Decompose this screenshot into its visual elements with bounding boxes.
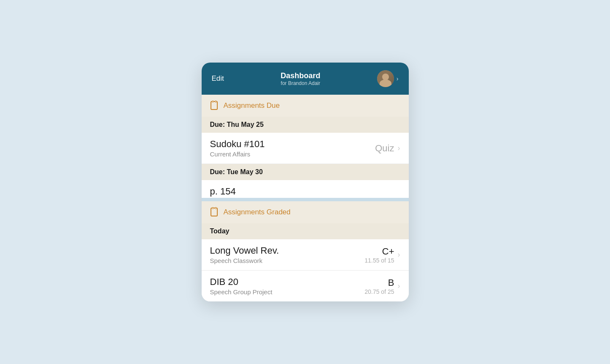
assignment-info: Sudoku #101 Current Affairs: [210, 139, 375, 158]
grade-display-2: B 20.75 of 25: [364, 277, 394, 295]
avatar-button[interactable]: ›: [377, 70, 399, 87]
header: Edit Dashboard for Brandon Adair ›: [202, 63, 409, 95]
graded-assignment-row-2[interactable]: DIB 20 Speech Group Project B 20.75 of 2…: [202, 271, 409, 301]
avatar-chevron-icon: ›: [397, 75, 399, 82]
header-title: Dashboard: [281, 71, 320, 80]
assignments-due-section: Assignments Due Due: Thu May 25 Sudoku #…: [202, 95, 409, 198]
header-center: Dashboard for Brandon Adair: [281, 71, 320, 86]
graded-assignment-name-2: DIB 20: [210, 276, 365, 287]
graded-assignment-right-1: C+ 11.55 of 15 ›: [364, 246, 400, 264]
graded-assignment-info-2: DIB 20 Speech Group Project: [210, 276, 365, 296]
graded-assignment-info-1: Long Vowel Rev. Speech Classwork: [210, 245, 365, 264]
grade-letter-1: C+: [364, 246, 394, 257]
assignments-graded-header: Assignments Graded: [202, 201, 409, 223]
graded-assignment-right-2: B 20.75 of 25 ›: [364, 277, 400, 295]
grade-score-2: 20.75 of 25: [364, 288, 394, 295]
partial-assignment-row[interactable]: p. 154: [202, 180, 409, 198]
assignments-graded-section: Assignments Graded Today Long Vowel Rev.…: [202, 201, 409, 301]
due-date-group-2: Due: Tue May 30: [202, 164, 409, 180]
assignment-name: Sudoku #101: [210, 139, 375, 150]
graded-date-label: Today: [210, 227, 230, 235]
assignments-due-header: Assignments Due: [202, 95, 409, 117]
svg-rect-3: [212, 101, 213, 102]
graded-assignment-subject-2: Speech Group Project: [210, 288, 365, 296]
graded-assignment-name-1: Long Vowel Rev.: [210, 245, 365, 256]
partial-assignment-name: p. 154: [210, 186, 236, 197]
svg-rect-5: [211, 208, 217, 216]
assignments-graded-icon: [210, 207, 219, 217]
svg-rect-8: [212, 208, 213, 209]
row-chevron-icon-2: ›: [398, 250, 400, 259]
graded-assignment-row-1[interactable]: Long Vowel Rev. Speech Classwork C+ 11.5…: [202, 239, 409, 271]
due-date-label-2: Due: Tue May 30: [210, 168, 263, 175]
assignment-type: Quiz: [375, 143, 394, 154]
row-chevron-icon-3: ›: [398, 282, 400, 290]
svg-rect-4: [215, 101, 216, 102]
avatar-image: [377, 70, 394, 87]
grade-display-1: C+ 11.55 of 15: [364, 246, 394, 264]
section-separator: [202, 198, 409, 201]
header-subtitle: for Brandon Adair: [281, 80, 320, 86]
due-date-group-1: Due: Thu May 25: [202, 117, 409, 133]
phone-frame: Edit Dashboard for Brandon Adair ›: [202, 63, 409, 301]
svg-rect-9: [215, 208, 216, 209]
assignment-right: Quiz ›: [375, 143, 400, 154]
grade-letter-2: B: [364, 277, 394, 288]
assignments-graded-title: Assignments Graded: [224, 208, 291, 216]
row-chevron-icon: ›: [398, 144, 400, 153]
assignments-due-icon: [210, 101, 219, 111]
due-date-label-1: Due: Thu May 25: [210, 121, 264, 128]
avatar: [377, 70, 394, 87]
assignment-row[interactable]: Sudoku #101 Current Affairs Quiz ›: [202, 133, 409, 164]
graded-date-group: Today: [202, 223, 409, 239]
assignment-subject: Current Affairs: [210, 151, 375, 158]
svg-rect-0: [211, 101, 217, 109]
graded-assignment-subject-1: Speech Classwork: [210, 257, 365, 264]
grade-score-1: 11.55 of 15: [364, 257, 394, 264]
assignments-due-title: Assignments Due: [224, 101, 280, 110]
edit-button[interactable]: Edit: [212, 74, 224, 83]
